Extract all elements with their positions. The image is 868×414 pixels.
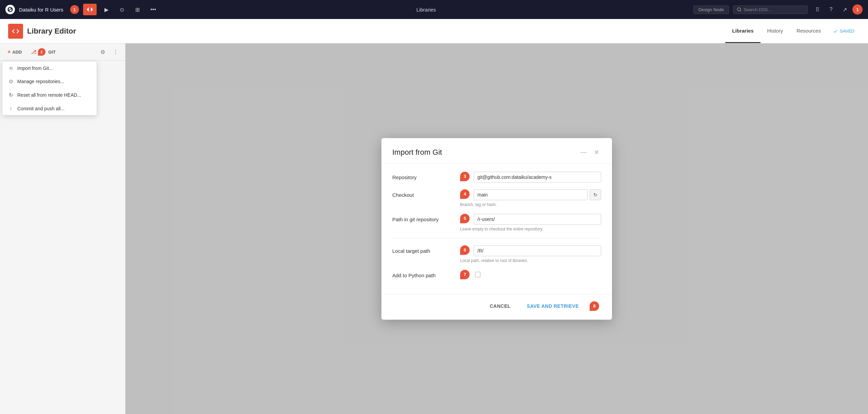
more-sidebar-icon[interactable]: ⋮ xyxy=(111,47,120,57)
modal-overlay: Import from Git — ✕ Repository 3 xyxy=(125,43,868,414)
analytics-button[interactable]: ↗ xyxy=(839,4,850,15)
form-row-path-in-git: Path in git repository 5 Leave empty to … xyxy=(392,214,601,231)
step-badge-8: 8 xyxy=(590,301,599,311)
dropdown-import-git[interactable]: ⎋ Import from Git... xyxy=(2,61,97,75)
form-row-repository: Repository 3 xyxy=(392,172,601,183)
saved-indicator: SAVED xyxy=(828,29,860,34)
tab-resources[interactable]: Resources xyxy=(790,19,828,43)
code-editor-button[interactable] xyxy=(83,4,97,15)
save-retrieve-button[interactable]: SAVE AND RETRIEVE xyxy=(521,301,584,312)
help-button[interactable]: ? xyxy=(825,4,837,15)
deploy-button[interactable]: ⊙ xyxy=(116,4,128,15)
run-button[interactable]: ▶ xyxy=(101,4,112,15)
global-search[interactable]: Search DSS... xyxy=(733,5,808,14)
git-button[interactable]: ⎇ 2 GIT xyxy=(28,47,59,57)
refresh-button[interactable]: ↻ xyxy=(590,189,601,200)
notification-badge[interactable]: 1 xyxy=(852,4,863,15)
settings-icon[interactable]: ⚙ xyxy=(98,47,107,57)
navbar: Dataiku for R Users 1 ▶ ⊙ ⊞ ••• Librarie… xyxy=(0,0,868,19)
page-title: Library Editor xyxy=(27,27,76,36)
sidebar-toolbar: + ADD ⎇ 2 GIT ⚙ ⋮ xyxy=(0,43,125,61)
checkout-input[interactable] xyxy=(474,189,588,200)
svg-line-1 xyxy=(740,11,741,12)
dropdown-reset-remote[interactable]: ↻ Reset all from remote HEAD... xyxy=(2,88,97,102)
repository-input[interactable] xyxy=(474,172,601,183)
repository-label: Repository xyxy=(392,172,453,180)
close-button[interactable]: ✕ xyxy=(592,148,601,157)
nav-right-icons: ⠿ ? ↗ 1 xyxy=(812,4,863,15)
repository-field: 3 xyxy=(460,172,601,183)
step-badge-1: 1 xyxy=(70,5,79,14)
form-row-python-path: Add to Python path 7 xyxy=(392,270,601,279)
sidebar: + ADD ⎇ 2 GIT ⚙ ⋮ ⎋ Import from Git... ⊙… xyxy=(0,43,125,414)
python-path-field: 7 xyxy=(460,270,601,279)
git-dropdown-menu: ⎋ Import from Git... ⊙ Manage repositori… xyxy=(2,61,97,115)
step-badge-5: 5 xyxy=(460,214,470,223)
path-in-git-field: 5 Leave empty to checkout the entire rep… xyxy=(460,214,601,231)
brand-name: Dataiku for R Users xyxy=(19,7,63,13)
tab-history[interactable]: History xyxy=(761,19,790,43)
python-path-label: Add to Python path xyxy=(392,270,453,278)
modal-header-buttons: — ✕ xyxy=(579,148,601,157)
local-target-input[interactable] xyxy=(474,245,601,256)
modal-title: Import from Git xyxy=(392,148,442,157)
code-icon xyxy=(8,24,23,39)
local-target-hint: Local path, relative to root of librarie… xyxy=(460,258,601,263)
brand-logo xyxy=(5,5,15,14)
sub-header-tabs: Libraries History Resources SAVED xyxy=(725,19,860,43)
more-button[interactable]: ••• xyxy=(147,4,159,15)
form-row-checkout: Checkout 4 ↻ Branch, tag or hash. xyxy=(392,189,601,207)
python-path-checkbox[interactable] xyxy=(475,272,480,277)
svg-point-0 xyxy=(737,8,741,11)
checkout-label: Checkout xyxy=(392,189,453,198)
modal-header: Import from Git — ✕ xyxy=(381,138,612,164)
path-in-git-hint: Leave empty to checkout the entire repos… xyxy=(460,227,601,231)
import-git-icon: ⎋ xyxy=(8,65,14,71)
tab-libraries[interactable]: Libraries xyxy=(725,19,760,43)
local-target-field: 6 Local path, relative to root of librar… xyxy=(460,245,601,263)
checkout-hint: Branch, tag or hash. xyxy=(460,202,601,207)
cancel-button[interactable]: CANCEL xyxy=(484,301,516,312)
step-badge-4: 4 xyxy=(460,189,470,199)
content-area: in the project. These will be otebooks I… xyxy=(125,43,868,414)
modal-body: Repository 3 Checkout xyxy=(381,164,612,294)
dropdown-commit-push[interactable]: ↑ Commit and push all... xyxy=(2,102,97,115)
step-badge-3: 3 xyxy=(460,172,470,181)
step-badge-2: 2 xyxy=(38,48,45,56)
page-center-label: Libraries xyxy=(163,7,689,13)
form-row-local-target: Local target path 6 Local path, relative… xyxy=(392,245,601,263)
page-title-area: Library Editor xyxy=(8,24,725,39)
dropdown-manage-repos[interactable]: ⊙ Manage repositories... xyxy=(2,75,97,88)
import-git-modal: Import from Git — ✕ Repository 3 xyxy=(381,138,612,320)
modal-footer: CANCEL SAVE AND RETRIEVE 8 xyxy=(381,294,612,320)
step-badge-6: 6 xyxy=(460,245,470,255)
commit-icon: ↑ xyxy=(8,106,14,111)
local-target-label: Local target path xyxy=(392,245,453,254)
reset-icon: ↻ xyxy=(8,92,14,98)
main-layout: + ADD ⎇ 2 GIT ⚙ ⋮ ⎋ Import from Git... ⊙… xyxy=(0,43,868,414)
form-divider xyxy=(392,238,601,239)
design-node-badge: Design Node xyxy=(693,5,729,14)
add-button[interactable]: + ADD xyxy=(5,48,25,56)
manage-repos-icon: ⊙ xyxy=(8,78,14,84)
sub-header: Library Editor Libraries History Resourc… xyxy=(0,19,868,43)
minimize-button[interactable]: — xyxy=(579,148,588,157)
grid-button[interactable]: ⊞ xyxy=(132,4,143,15)
apps-button[interactable]: ⠿ xyxy=(812,4,823,15)
path-in-git-label: Path in git repository xyxy=(392,214,453,222)
path-in-git-input[interactable] xyxy=(474,214,601,225)
checkout-field: 4 ↻ Branch, tag or hash. xyxy=(460,189,601,207)
step-badge-7: 7 xyxy=(460,270,470,279)
